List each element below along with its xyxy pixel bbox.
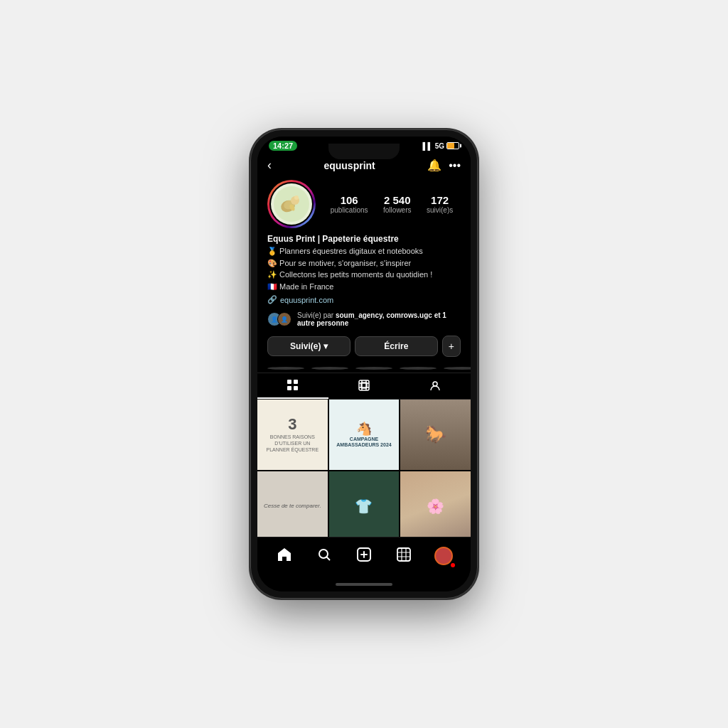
- svg-point-17: [319, 550, 328, 558]
- svg-rect-6: [287, 380, 291, 384]
- signal-icon: ▌▌: [422, 142, 432, 150]
- action-buttons: Suivi(e) ▾ Écrire +: [257, 333, 471, 363]
- highlight-circle-collabs: ✂️: [355, 367, 392, 370]
- following-label: suivi(e)s: [427, 206, 453, 214]
- avatar-image: [274, 186, 309, 222]
- publications-label: publications: [331, 206, 368, 214]
- nav-profile[interactable]: [431, 543, 456, 569]
- grid-item-5[interactable]: 👕: [329, 471, 400, 537]
- nav-reels[interactable]: [391, 543, 417, 569]
- tab-grid[interactable]: [257, 373, 328, 399]
- bottom-navigation: [257, 537, 471, 577]
- phone-notch: [328, 144, 400, 159]
- profile-username: equusprint: [323, 160, 375, 171]
- home-svg: [277, 547, 292, 562]
- photo-grid: 3 BONNES RAISONS D'UTILISER UN PLANNER É…: [257, 400, 471, 537]
- nav-home[interactable]: [272, 543, 297, 569]
- svg-line-18: [327, 557, 331, 560]
- phone-frame: 14:27 ▌▌ 5G ‹ equusprint 🔔 •••: [250, 129, 478, 599]
- grid-item-5-content: 👕: [329, 471, 400, 537]
- follow-button[interactable]: Suivi(e) ▾: [267, 336, 350, 356]
- highlight-circle-collections: 🎨: [311, 367, 348, 370]
- stats-container: 106 publications 2 540 followers 172 sui…: [323, 194, 461, 214]
- content-tabs: [257, 373, 471, 400]
- grid-item-6[interactable]: 🌸: [400, 471, 471, 537]
- home-indicator: [257, 577, 471, 592]
- followed-by: 👤 👤 Suivi(e) par soum_agency, comrows.ug…: [257, 309, 471, 333]
- tab-tagged[interactable]: [400, 373, 471, 399]
- svg-rect-10: [359, 380, 369, 390]
- grid-item-1-content: 3 BONNES RAISONS D'UTILISER UN PLANNER É…: [257, 400, 328, 470]
- svg-rect-9: [294, 386, 298, 390]
- grid-item-2[interactable]: 🐴 CAMPAGNE AMBASSADEURS 2024: [329, 400, 400, 470]
- search-icon: [317, 547, 331, 565]
- svg-point-16: [433, 382, 437, 386]
- followed-by-text: Suivi(e) par soum_agency, comrows.ugc et…: [297, 311, 461, 327]
- grid-item-1[interactable]: 3 BONNES RAISONS D'UTILISER UN PLANNER É…: [257, 400, 328, 470]
- grid-item-4-content: Cesse de te comparer.: [257, 471, 328, 537]
- home-icon: [277, 547, 292, 566]
- reels-nav-svg: [396, 547, 412, 562]
- more-options-icon[interactable]: •••: [449, 159, 461, 172]
- link-icon: 🔗: [267, 295, 277, 304]
- follower-avatars: 👤 👤: [267, 312, 287, 326]
- highlight-circle-vous: 🤍: [267, 367, 304, 370]
- tagged-icon: [429, 379, 441, 392]
- highlight-circle-infos: 🌸: [444, 367, 471, 370]
- add-icon: [356, 547, 372, 566]
- svg-rect-7: [294, 380, 298, 384]
- add-svg: [356, 547, 372, 562]
- battery-fill: [447, 143, 454, 149]
- svg-point-5: [294, 196, 299, 200]
- network-label: 5G: [435, 142, 444, 150]
- notification-icon[interactable]: 🔔: [427, 159, 441, 172]
- profile-nav-avatar: [434, 547, 453, 565]
- status-time: 14:27: [269, 141, 297, 151]
- app-content: ‹ equusprint 🔔 •••: [257, 152, 471, 537]
- tab-reels[interactable]: [328, 373, 400, 399]
- followers-stat[interactable]: 2 540 followers: [383, 194, 411, 214]
- nav-add[interactable]: [351, 543, 377, 569]
- bio-line-1: 🥇 Planners équestres digitaux et noteboo…: [267, 245, 461, 257]
- grid-item-2-content: 🐴 CAMPAGNE AMBASSADEURS 2024: [329, 400, 400, 470]
- avatar-inner: [271, 183, 312, 225]
- reels-nav-icon: [396, 547, 412, 566]
- battery-icon: [446, 142, 459, 149]
- notification-dot: [451, 563, 455, 567]
- bio-line-4: 🇫🇷 Made in France: [267, 281, 461, 293]
- grid-item-4[interactable]: Cesse de te comparer.: [257, 471, 328, 537]
- message-button[interactable]: Écrire: [355, 336, 438, 356]
- grid-item-6-content: 🌸: [400, 471, 471, 537]
- home-bar: [336, 583, 392, 586]
- svg-rect-8: [287, 386, 291, 390]
- phone-screen: 14:27 ▌▌ 5G ‹ equusprint 🔔 •••: [257, 136, 471, 592]
- header-icons: 🔔 •••: [427, 159, 461, 172]
- reels-icon: [358, 379, 370, 392]
- followed-by-users: soum_agency, comrows.ugc: [336, 311, 432, 319]
- follower-avatar-2: 👤: [277, 312, 291, 326]
- highlights-row: 🤍 Vous 🎨 Collections ✂️ Collabs 🎀 Lots 🌸: [257, 363, 471, 373]
- nav-search[interactable]: [311, 543, 337, 569]
- profile-stats-row: 106 publications 2 540 followers 172 sui…: [257, 177, 471, 232]
- bio-line-2: 🎨 Pour se motiver, s'organiser, s'inspir…: [267, 257, 461, 269]
- bio-line-3: ✨ Collectons les petits moments du quoti…: [267, 269, 461, 281]
- profile-bio: Equus Print | Papeterie équestre 🥇 Plann…: [257, 232, 471, 309]
- highlight-circle-lots: 🎀: [400, 367, 437, 370]
- grid-item-3-content: 🐎: [400, 400, 471, 470]
- following-count: 172: [431, 194, 449, 206]
- status-icons: ▌▌ 5G: [422, 142, 459, 150]
- following-stat[interactable]: 172 suivi(e)s: [427, 194, 453, 214]
- publications-count: 106: [341, 194, 358, 206]
- website-link[interactable]: 🔗 equusprint.com: [267, 295, 461, 304]
- back-button[interactable]: ‹: [267, 158, 272, 173]
- add-person-button[interactable]: +: [442, 336, 461, 357]
- profile-avatar[interactable]: [267, 180, 316, 228]
- grid-item-3[interactable]: 🐎: [400, 400, 471, 470]
- website-url: equusprint.com: [280, 296, 333, 304]
- followers-count: 2 540: [384, 194, 411, 206]
- profile-name: Equus Print | Papeterie équestre: [267, 234, 461, 244]
- publications-stat[interactable]: 106 publications: [331, 194, 368, 214]
- search-svg: [317, 547, 331, 562]
- svg-rect-22: [397, 548, 410, 561]
- grid-icon: [287, 379, 299, 392]
